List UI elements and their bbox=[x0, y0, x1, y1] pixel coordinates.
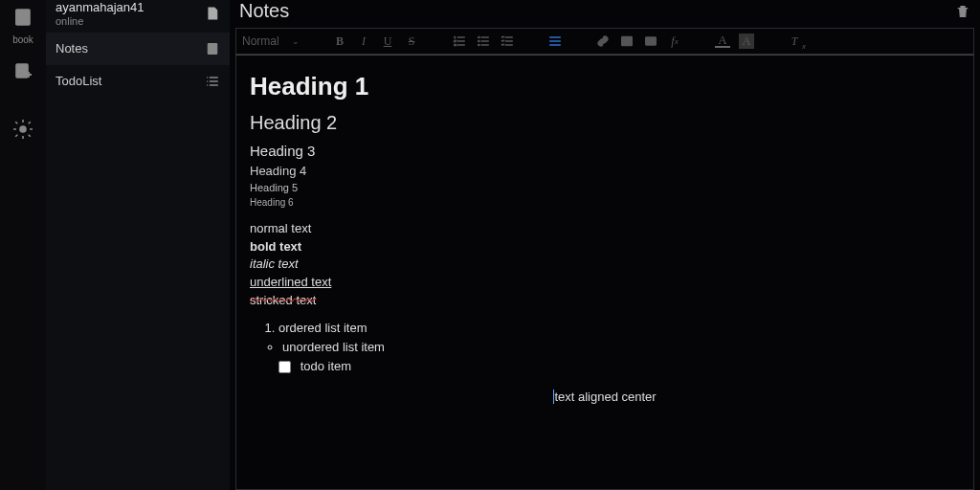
notes-icon bbox=[205, 41, 220, 56]
svg-rect-0 bbox=[16, 10, 30, 25]
sidebar-item-label: Notes bbox=[56, 41, 88, 56]
page-title: Notes bbox=[239, 0, 289, 22]
svg-point-5 bbox=[479, 40, 479, 41]
italic-button[interactable]: I bbox=[356, 33, 371, 49]
svg-point-6 bbox=[479, 44, 479, 45]
text-underline: underlined text bbox=[250, 274, 960, 292]
editor-toolbar: Normal ⌄ B I U S bbox=[235, 28, 974, 55]
heading-3: Heading 3 bbox=[250, 141, 960, 162]
heading-1: Heading 1 bbox=[250, 69, 960, 105]
sidebar-item-label: TodoList bbox=[56, 74, 101, 88]
formula-button[interactable]: fx bbox=[667, 33, 682, 49]
settings-icon[interactable] bbox=[11, 118, 34, 141]
heading-2: Heading 2 bbox=[250, 109, 960, 137]
text-bold: bold text bbox=[250, 238, 960, 256]
svg-point-4 bbox=[479, 36, 479, 37]
ordered-list-item: ordered list item bbox=[278, 320, 960, 338]
add-book-icon[interactable] bbox=[11, 60, 34, 83]
editor-body[interactable]: Heading 1 Heading 2 Heading 3 Heading 4 … bbox=[235, 55, 974, 490]
username: ayanmahajan41 bbox=[56, 0, 145, 15]
todo-list-item: todo item bbox=[278, 358, 960, 376]
text-strike: stricked text bbox=[250, 292, 960, 310]
checklist-button[interactable] bbox=[500, 33, 515, 49]
new-note-icon[interactable] bbox=[205, 6, 220, 21]
align-button[interactable] bbox=[547, 33, 563, 49]
text-normal: normal text bbox=[250, 220, 960, 238]
todo-checkbox[interactable] bbox=[278, 361, 291, 373]
book-icon[interactable] bbox=[11, 6, 34, 29]
main: Notes Normal ⌄ B I U S bbox=[230, 0, 980, 490]
format-select[interactable]: Normal ⌄ bbox=[242, 34, 300, 48]
strike-button[interactable]: S bbox=[404, 33, 419, 49]
text-italic: italic text bbox=[250, 256, 960, 274]
rail-book-label: book bbox=[12, 34, 33, 45]
delete-icon[interactable] bbox=[955, 4, 970, 19]
centered-text: text aligned center bbox=[250, 389, 960, 407]
underline-button[interactable]: U bbox=[380, 33, 395, 49]
list-icon bbox=[205, 74, 220, 89]
sidebar-item-todolist[interactable]: TodoList bbox=[46, 65, 230, 98]
clear-format-button[interactable]: Tx bbox=[787, 33, 802, 49]
heading-4: Heading 4 bbox=[250, 163, 960, 181]
video-button[interactable] bbox=[643, 33, 658, 49]
heading-5: Heading 5 bbox=[250, 181, 960, 196]
user-status: online bbox=[56, 15, 145, 27]
svg-rect-1 bbox=[16, 64, 28, 78]
app-rail: book bbox=[0, 0, 46, 490]
chevron-updown-icon: ⌄ bbox=[292, 36, 300, 46]
unordered-list-item: unordered list item bbox=[282, 339, 960, 357]
main-header: Notes bbox=[230, 0, 980, 26]
ordered-list-button[interactable] bbox=[452, 33, 467, 49]
highlight-button[interactable]: A bbox=[739, 33, 754, 49]
sidebar-header: ayanmahajan41 online bbox=[46, 0, 230, 33]
unordered-list-button[interactable] bbox=[476, 33, 491, 49]
bold-button[interactable]: B bbox=[332, 33, 347, 49]
link-button[interactable] bbox=[595, 33, 611, 49]
sidebar: ayanmahajan41 online Notes TodoList bbox=[46, 0, 230, 490]
text-color-button[interactable]: A bbox=[715, 34, 730, 48]
todo-label: todo item bbox=[301, 359, 351, 373]
sidebar-item-notes[interactable]: Notes bbox=[46, 33, 230, 65]
format-select-value: Normal bbox=[242, 34, 279, 48]
image-button[interactable] bbox=[619, 33, 635, 49]
svg-point-2 bbox=[20, 126, 26, 132]
heading-6: Heading 6 bbox=[250, 196, 960, 211]
